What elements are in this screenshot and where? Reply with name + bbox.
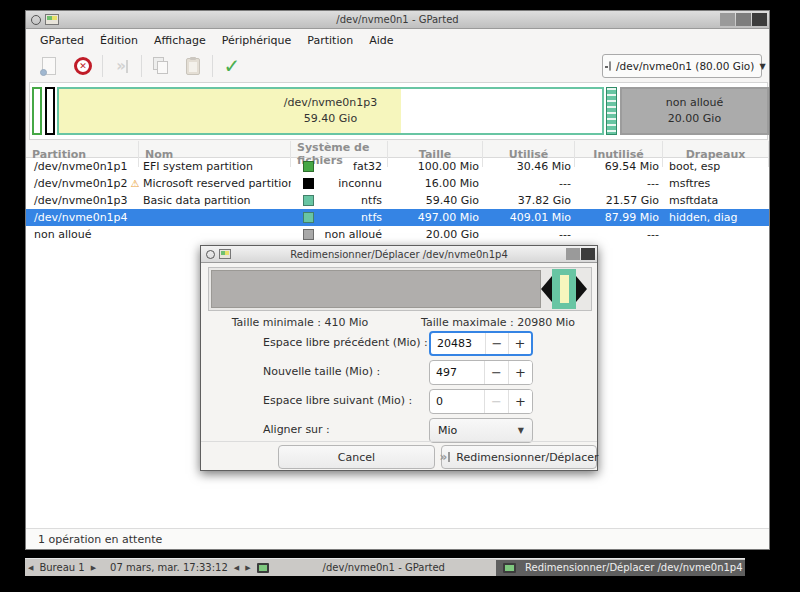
partition-graphic-p4-selected[interactable] (606, 87, 617, 135)
maximize-button[interactable] (736, 13, 751, 26)
resize-move-button[interactable]: » (109, 54, 135, 78)
table-header[interactable]: Partition Nom Système de fichiers Taille… (26, 141, 769, 158)
table-row[interactable]: /dev/nvme0n1p3 Basic data partition ntfs… (26, 192, 769, 209)
chevron-down-icon: ▼ (518, 426, 524, 435)
minus-button[interactable]: − (484, 361, 508, 384)
dialog-separator (201, 441, 597, 442)
resize-move-icon: » (440, 450, 451, 464)
chevron-down-icon: ▼ (759, 62, 765, 71)
partition-graphic-p3[interactable]: /dev/nvme0n1p3 59.40 Gio (57, 87, 604, 135)
size-limits: Taille minimale : 410 Mio Taille maximal… (201, 316, 597, 329)
dialog-titlebar[interactable]: Redimensionner/Déplacer /dev/nvme0n1p4 (201, 246, 597, 263)
fs-color-swatch (303, 229, 314, 240)
next-icon[interactable]: ▶ (242, 564, 253, 572)
task-resize-dialog[interactable]: Redimensionner/Déplacer /dev/nvme0n1p4 (496, 560, 745, 576)
partition-handle[interactable] (541, 270, 589, 308)
menu-gparted[interactable]: GParted (32, 32, 92, 49)
fs-color-swatch (303, 195, 314, 206)
statusbar: 1 opération en attente (26, 528, 769, 549)
pending-operations-text: 1 opération en attente (38, 533, 162, 546)
partition-graphic-p1[interactable] (32, 87, 42, 135)
new-partition-icon (42, 57, 56, 75)
paste-button[interactable] (180, 54, 206, 78)
close-button[interactable] (752, 13, 767, 26)
plus-button[interactable]: + (508, 390, 532, 413)
free-space-before-spinner: − + (429, 331, 533, 356)
new-size-row: Nouvelle taille (Mio) : − + (201, 360, 597, 386)
monitor-icon[interactable] (257, 563, 269, 573)
copy-button[interactable] (148, 54, 174, 78)
apply-operations-button[interactable]: ✓ (219, 54, 245, 78)
partition-graphic-label: /dev/nvme0n1p3 59.40 Gio (59, 95, 602, 127)
toolbar: ✕ » ✓ /dev/nvme0n1 (80.00 Gio) ▼ (26, 50, 769, 82)
new-size-spinner: − + (429, 360, 533, 385)
menubar: GParted Édition Affichage Périphérique P… (26, 30, 769, 50)
paste-icon (186, 58, 200, 75)
partition-graphic-p2[interactable] (45, 87, 55, 135)
new-size-label: Nouvelle taille (Mio) : (263, 365, 380, 378)
align-value: Mio (438, 424, 457, 437)
copy-icon (153, 57, 169, 75)
window-title: /dev/nvme0n1 - GParted (26, 14, 769, 25)
free-space-before-input[interactable] (431, 333, 485, 354)
menu-aide[interactable]: Aide (361, 32, 401, 49)
max-size-label: Taille maximale : 20980 Mio (399, 316, 597, 329)
partition-block[interactable] (552, 269, 576, 309)
main-titlebar[interactable]: /dev/nvme0n1 - GParted (26, 11, 769, 29)
resize-move-confirm-button[interactable]: » Redimensionner/Déplacer (441, 445, 597, 469)
clock: 07 mars, mar. 17:33:12 (107, 562, 231, 573)
dialog-title: Redimensionner/Déplacer /dev/nvme0n1p4 (201, 249, 597, 260)
toolbar-separator (102, 55, 103, 77)
unallocated-graphic[interactable]: non alloué 20.00 Gio (620, 87, 769, 135)
free-space-after-label: Espace libre suivant (Mio) : (263, 394, 412, 407)
table-row[interactable]: non alloué non alloué 20.00 Gio --- --- (26, 226, 769, 243)
drive-icon (609, 61, 611, 71)
cancel-button[interactable]: Cancel (278, 445, 435, 469)
free-space-before-row: Espace libre précédent (Mio) : − + (201, 331, 597, 357)
free-space-before-area (211, 270, 541, 308)
device-selector[interactable]: /dev/nvme0n1 (80.00 Gio) ▼ (602, 54, 762, 78)
minimize-button[interactable] (720, 13, 735, 26)
resize-slider[interactable] (208, 267, 592, 311)
table-row[interactable]: /dev/nvme0n1p2⚠ Microsoft reserved parti… (26, 175, 769, 192)
unallocated-graphic-label: non alloué 20.00 Gio (622, 95, 767, 127)
menu-partition[interactable]: Partition (299, 32, 361, 49)
free-space-after-input[interactable] (430, 390, 484, 413)
workspace-label[interactable]: Bureau 1 (36, 562, 87, 573)
device-selector-label: /dev/nvme0n1 (80.00 Gio) (616, 60, 754, 72)
new-partition-button[interactable] (36, 54, 62, 78)
close-button[interactable] (581, 248, 595, 260)
delete-icon: ✕ (74, 57, 92, 75)
delete-partition-button[interactable]: ✕ (70, 54, 96, 78)
warning-icon: ⚠ (131, 179, 139, 189)
drag-right-handle-icon[interactable] (576, 276, 587, 302)
maximize-button[interactable] (566, 248, 580, 260)
workspace-prev-icon[interactable]: ◀ (25, 564, 36, 572)
menu-peripherique[interactable]: Périphérique (214, 32, 300, 49)
plus-button[interactable]: + (508, 361, 532, 384)
align-label: Aligner sur : (263, 423, 330, 436)
table-row-selected[interactable]: /dev/nvme0n1p4 ntfs 497.00 Mio 409.01 Mi… (26, 209, 769, 226)
used-space-bar (560, 275, 569, 303)
fs-color-swatch (303, 212, 314, 223)
task-gparted[interactable]: /dev/nvme0n1 - GParted (272, 560, 496, 576)
workspace-next-icon[interactable]: ▶ (88, 564, 99, 572)
new-size-input[interactable] (430, 361, 484, 384)
minus-button[interactable]: − (484, 390, 508, 413)
resize-move-dialog: Redimensionner/Déplacer /dev/nvme0n1p4 T… (200, 245, 598, 471)
plus-button[interactable]: + (508, 333, 531, 354)
free-space-after-row: Espace libre suivant (Mio) : − + (201, 389, 597, 415)
free-space-after-spinner: − + (429, 389, 533, 414)
apply-check-icon: ✓ (224, 54, 241, 78)
toolbar-separator (212, 55, 213, 77)
prev-icon[interactable]: ◀ (231, 564, 242, 572)
menu-edition[interactable]: Édition (92, 32, 146, 49)
table-row[interactable]: /dev/nvme0n1p1 EFI system partition fat3… (26, 158, 769, 175)
menu-affichage[interactable]: Affichage (146, 32, 214, 49)
min-size-label: Taille minimale : 410 Mio (201, 316, 399, 329)
align-dropdown[interactable]: Mio ▼ (429, 418, 533, 443)
disk-graphic-view: /dev/nvme0n1p3 59.40 Gio non alloué 20.0… (29, 82, 768, 140)
minus-button[interactable]: − (485, 333, 508, 354)
drag-left-handle-icon[interactable] (541, 276, 552, 302)
resize-move-icon: » (116, 57, 128, 75)
